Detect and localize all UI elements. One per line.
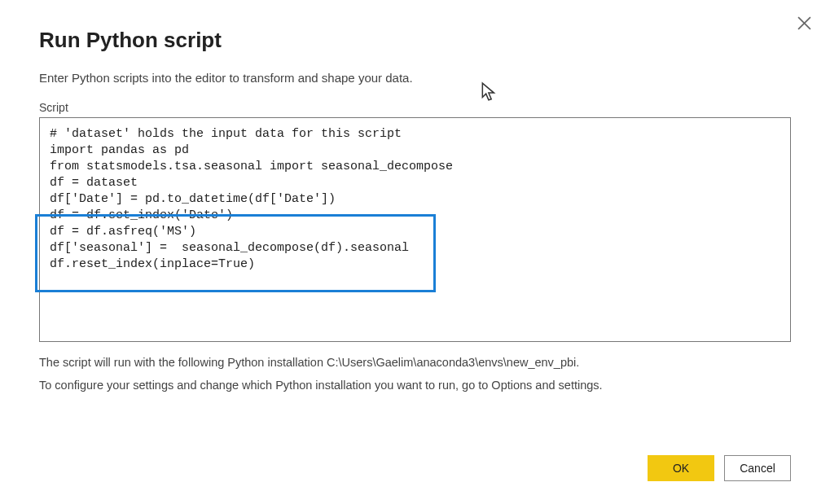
script-label: Script (39, 101, 791, 114)
close-icon (797, 16, 811, 30)
footer-line-1: The script will run with the following P… (39, 352, 791, 375)
footer-line-2: To configure your settings and change wh… (39, 375, 791, 397)
dialog-description: Enter Python scripts into the editor to … (39, 71, 791, 85)
cancel-button[interactable]: Cancel (724, 455, 791, 481)
script-input[interactable]: # 'dataset' holds the input data for thi… (39, 117, 791, 342)
ok-button[interactable]: OK (648, 455, 714, 481)
dialog-buttons: OK Cancel (648, 455, 791, 481)
python-script-dialog: Run Python script Enter Python scripts i… (0, 0, 830, 504)
footer-text: The script will run with the following P… (39, 352, 791, 397)
dialog-title: Run Python script (39, 28, 791, 53)
close-button[interactable] (793, 11, 815, 34)
